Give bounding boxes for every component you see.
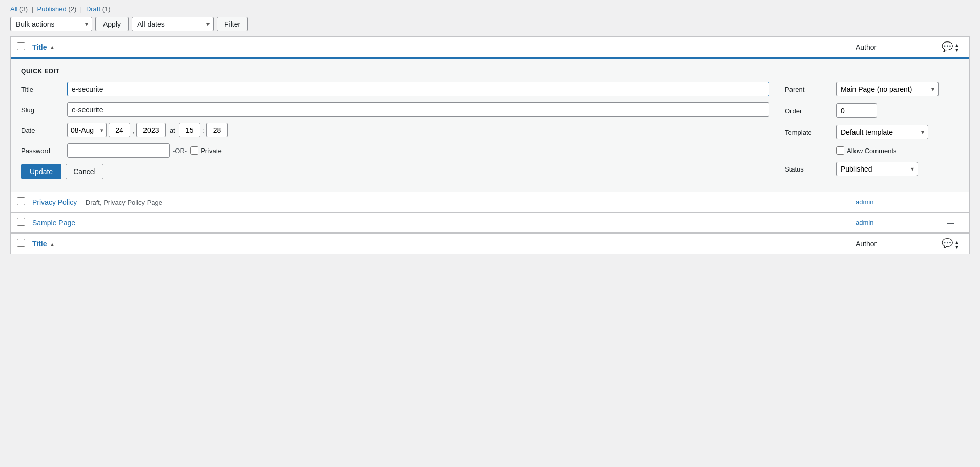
date-row: Date 08-Aug 01-Jan02-Feb03-Mar 04-Apr05-… bbox=[21, 123, 769, 137]
password-input[interactable] bbox=[67, 143, 170, 158]
table-row: Sample Page admin — bbox=[11, 213, 969, 233]
allow-comments-row: Allow Comments bbox=[785, 146, 959, 155]
template-row: Template Default template bbox=[785, 125, 959, 139]
quick-edit-label: QUICK EDIT bbox=[21, 68, 959, 75]
date-inputs: 08-Aug 01-Jan02-Feb03-Mar 04-Apr05-May06… bbox=[67, 123, 769, 137]
footer-author-label: Author bbox=[856, 240, 877, 248]
dates-select[interactable]: All dates bbox=[132, 17, 214, 31]
row-checkbox-cell bbox=[17, 218, 32, 227]
filter-all-link[interactable]: All bbox=[10, 5, 17, 13]
status-row: Status Published Draft Pending Review Pr… bbox=[785, 162, 959, 176]
hour-input[interactable] bbox=[179, 123, 200, 137]
minute-input[interactable] bbox=[206, 123, 228, 137]
privacy-policy-subtitle: — Draft, Privacy Policy Page bbox=[77, 199, 162, 206]
template-label: Template bbox=[785, 129, 836, 136]
quick-edit-body: Title Slug Date 08- bbox=[21, 82, 959, 183]
quick-edit-right: Parent Main Page (no parent) Order bbox=[785, 82, 959, 183]
footer-title-cell: Title ▲ bbox=[32, 240, 856, 248]
status-select[interactable]: Published Draft Pending Review Private bbox=[836, 162, 918, 176]
quick-edit-left: Title Slug Date 08- bbox=[21, 82, 769, 183]
toolbar: Bulk actions Edit Move to Trash Apply Al… bbox=[10, 17, 970, 31]
order-input[interactable] bbox=[836, 103, 877, 118]
update-button[interactable]: Update bbox=[21, 164, 61, 179]
filter-all-count: (3) bbox=[19, 5, 28, 13]
filter-draft-count: (1) bbox=[102, 5, 111, 13]
footer-sort-arrows: ▲ bbox=[50, 242, 54, 247]
password-row: Password -OR- Private bbox=[21, 143, 769, 158]
title-input[interactable] bbox=[67, 82, 769, 96]
or-label: -OR- bbox=[173, 147, 187, 155]
filter-published-count: (2) bbox=[68, 5, 76, 13]
allow-comments-text: Allow Comments bbox=[847, 147, 897, 155]
status-label: Status bbox=[785, 165, 836, 173]
header-checkbox-cell bbox=[17, 42, 32, 52]
parent-row: Parent Main Page (no parent) bbox=[785, 82, 959, 96]
filter-published-link[interactable]: Published bbox=[37, 5, 67, 13]
title-header-label: Title bbox=[32, 43, 47, 51]
day-input[interactable] bbox=[109, 123, 130, 137]
allow-comments-checkbox[interactable] bbox=[836, 146, 844, 155]
sample-page-comments: — bbox=[937, 219, 963, 227]
slug-row: Slug bbox=[21, 102, 769, 117]
footer-comments-bubble-icon: 💬 bbox=[942, 238, 953, 248]
title-column-header: Title ▲ bbox=[32, 43, 856, 51]
table-header: Title ▲ Author 💬 ▲▼ bbox=[11, 37, 969, 57]
order-row: Order bbox=[785, 103, 959, 118]
private-label: Private bbox=[201, 147, 221, 155]
date-separator: , bbox=[132, 126, 134, 134]
private-checkbox-label[interactable]: Private bbox=[190, 146, 221, 155]
date-label: Date bbox=[21, 126, 67, 134]
quick-edit-panel: QUICK EDIT Title Slug bbox=[11, 57, 969, 192]
sort-comments-arrows: ▲▼ bbox=[954, 43, 959, 53]
privacy-policy-link[interactable]: Privacy Policy bbox=[32, 198, 77, 206]
footer-sort-up-arrow: ▲ bbox=[50, 242, 54, 247]
allow-comments-label[interactable]: Allow Comments bbox=[836, 146, 897, 155]
apply-button[interactable]: Apply bbox=[95, 17, 129, 31]
private-checkbox[interactable] bbox=[190, 146, 198, 155]
sort-arrows: ▲ bbox=[50, 45, 54, 50]
row-checkbox-sample[interactable] bbox=[17, 218, 25, 226]
action-buttons: Update Cancel bbox=[21, 164, 769, 179]
month-select-wrapper: 08-Aug 01-Jan02-Feb03-Mar 04-Apr05-May06… bbox=[67, 123, 107, 137]
table-footer: Title ▲ Author 💬 ▲▼ bbox=[11, 233, 969, 253]
title-sort-link[interactable]: Title ▲ bbox=[32, 43, 54, 51]
cancel-button[interactable]: Cancel bbox=[66, 164, 103, 179]
bulk-actions-wrapper: Bulk actions Edit Move to Trash bbox=[10, 17, 92, 31]
all-dates-wrapper: All dates bbox=[132, 17, 214, 31]
slug-input[interactable] bbox=[67, 102, 769, 117]
at-label: at bbox=[170, 126, 175, 134]
filter-draft-link[interactable]: Draft bbox=[86, 5, 100, 13]
footer-sort-comment-arrows: ▲▼ bbox=[954, 240, 959, 250]
footer-author-cell: Author bbox=[856, 240, 937, 248]
row-checkbox-privacy[interactable] bbox=[17, 197, 25, 205]
footer-title-sort-link[interactable]: Title ▲ bbox=[32, 240, 54, 248]
year-input[interactable] bbox=[136, 123, 166, 137]
comments-column-header: 💬 ▲▼ bbox=[937, 41, 963, 53]
bulk-actions-select[interactable]: Bulk actions Edit Move to Trash bbox=[10, 17, 92, 31]
sample-page-link[interactable]: Sample Page bbox=[32, 219, 75, 227]
privacy-policy-comments: — bbox=[937, 198, 963, 206]
footer-select-all-checkbox[interactable] bbox=[17, 239, 25, 247]
slug-label: Slug bbox=[21, 106, 67, 114]
password-inputs: -OR- Private bbox=[67, 143, 769, 158]
password-label: Password bbox=[21, 147, 67, 155]
title-label: Title bbox=[21, 86, 67, 93]
month-select[interactable]: 08-Aug 01-Jan02-Feb03-Mar 04-Apr05-May06… bbox=[67, 123, 107, 137]
footer-title-label: Title bbox=[32, 240, 47, 248]
comments-bubble-icon: 💬 bbox=[942, 41, 953, 52]
sort-up-arrow: ▲ bbox=[50, 45, 54, 50]
time-separator: : bbox=[202, 126, 204, 134]
parent-select-wrapper: Main Page (no parent) bbox=[836, 82, 939, 96]
template-select-wrapper: Default template bbox=[836, 125, 928, 139]
author-column-header: Author bbox=[856, 43, 937, 51]
privacy-policy-author: admin bbox=[856, 198, 937, 206]
privacy-policy-title-cell: Privacy Policy— Draft, Privacy Policy Pa… bbox=[32, 198, 856, 206]
row-checkbox-cell bbox=[17, 197, 32, 207]
separator-1: | bbox=[32, 5, 33, 13]
footer-checkbox-cell bbox=[17, 239, 32, 248]
filter-button[interactable]: Filter bbox=[217, 17, 248, 31]
template-select[interactable]: Default template bbox=[836, 125, 928, 139]
footer-comments-cell: 💬 ▲▼ bbox=[937, 238, 963, 249]
parent-select[interactable]: Main Page (no parent) bbox=[836, 82, 939, 96]
select-all-checkbox[interactable] bbox=[17, 42, 25, 50]
